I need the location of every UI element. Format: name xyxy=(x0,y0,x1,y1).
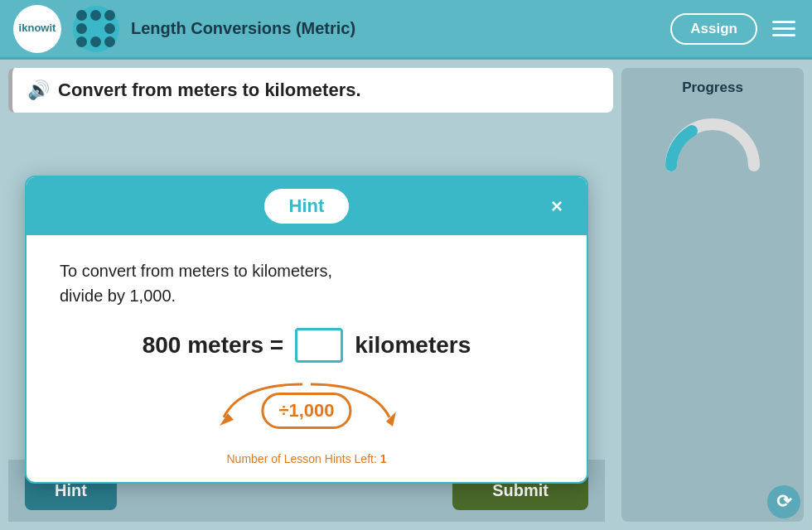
division-diagram: ÷1,000 xyxy=(60,369,553,444)
dot xyxy=(104,10,115,21)
answer-box xyxy=(295,328,343,363)
progress-arc xyxy=(633,108,792,174)
hamburger-line xyxy=(772,21,795,23)
app-header: iknowit Length Conversions (Metric) Assi… xyxy=(0,0,812,60)
content-wrapper: 🔊 Convert from meters to kilometers. Hin… xyxy=(8,68,804,522)
dot xyxy=(76,10,87,21)
divide-label: ÷1,000 xyxy=(261,393,351,429)
modal-close-button[interactable]: × xyxy=(544,193,570,219)
modal-title: Hint xyxy=(264,189,350,224)
modal-title-wrap: Hint xyxy=(70,189,544,224)
dots-grid xyxy=(76,10,116,47)
sound-icon[interactable]: 🔊 xyxy=(27,80,50,101)
question-bar: 🔊 Convert from meters to kilometers. xyxy=(8,68,613,113)
nav-circle[interactable]: ⟳ xyxy=(767,485,800,518)
hint-line2: divide by 1,000. xyxy=(60,287,176,305)
dot xyxy=(76,36,87,47)
dot xyxy=(90,36,101,47)
lesson-title: Length Conversions (Metric) xyxy=(131,19,659,38)
menu-button[interactable] xyxy=(769,17,799,40)
question-text: Convert from meters to kilometers. xyxy=(58,80,361,101)
dot xyxy=(90,10,101,21)
right-panel: Progress xyxy=(621,68,804,522)
modal-header: Hint × xyxy=(27,177,587,235)
hamburger-line xyxy=(772,27,795,30)
dot xyxy=(104,36,115,47)
hint-modal-overlay: Hint × To convert from meters to kilomet… xyxy=(8,128,605,530)
hints-count: 1 xyxy=(380,452,387,465)
equation-right: kilometers xyxy=(355,332,471,359)
hints-left: Number of Lesson Hints Left: 1 xyxy=(60,452,553,465)
svg-marker-0 xyxy=(220,413,234,426)
nav-arrow-icon: ⟳ xyxy=(776,491,791,513)
hint-line1: To convert from meters to kilometers, xyxy=(60,262,332,280)
equation-row: 800 meters = kilometers xyxy=(60,328,553,363)
progress-svg xyxy=(663,108,762,174)
equation-left: 800 meters = xyxy=(143,332,283,359)
hamburger-line xyxy=(772,34,795,36)
dot xyxy=(104,23,115,34)
dot xyxy=(76,23,87,34)
progress-label: Progress xyxy=(633,80,792,96)
hint-modal: Hint × To convert from meters to kilomet… xyxy=(25,176,588,484)
main-area: 🔊 Convert from meters to kilometers. Hin… xyxy=(0,60,812,530)
modal-body: To convert from meters to kilometers, di… xyxy=(27,235,587,482)
hints-left-label: Number of Lesson Hints Left: xyxy=(227,452,377,465)
logo-text: iknowit xyxy=(19,22,56,34)
assign-button[interactable]: Assign xyxy=(670,13,757,45)
dot-empty xyxy=(90,23,101,34)
left-section: 🔊 Convert from meters to kilometers. Hin… xyxy=(8,68,613,522)
logo-box: iknowit xyxy=(13,5,61,53)
app-icon xyxy=(73,6,119,52)
hint-text: To convert from meters to kilometers, di… xyxy=(60,258,553,308)
